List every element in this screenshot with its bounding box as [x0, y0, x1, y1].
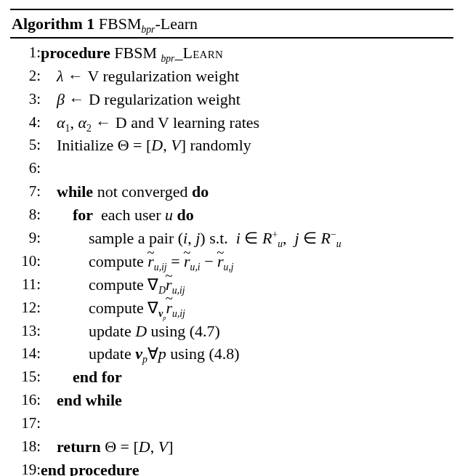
- line-content: return Θ = [D, V]: [41, 435, 341, 459]
- algo-line: 17:: [10, 412, 341, 435]
- algo-line: 3: β ← D regularization weight: [10, 88, 341, 111]
- algorithm-title: Algorithm 1 FBSMbpr-Learn: [10, 10, 453, 37]
- algorithm-block: Algorithm 1 FBSMbpr-Learn 1: procedure F…: [10, 9, 453, 476]
- line-number: 17:: [10, 412, 41, 435]
- line-content: update vp∀p using (4.8): [41, 342, 341, 366]
- algo-line: 8: for each user u do: [10, 203, 341, 227]
- line-content: update D using (4.7): [41, 320, 341, 343]
- line-content: β ← D regularization weight: [41, 88, 341, 111]
- line-number: 1:: [10, 41, 41, 65]
- line-number: 4:: [10, 111, 41, 134]
- line-number: 2:: [10, 65, 41, 88]
- line-number: 10:: [10, 250, 41, 273]
- algorithm-name-b: -Learn: [155, 15, 198, 33]
- algo-line: 13: update D using (4.7): [10, 320, 341, 343]
- line-number: 11:: [10, 273, 41, 297]
- line-content: compute ru,ij = ru,i − ru,j: [41, 250, 341, 273]
- line-content: end for: [41, 366, 341, 389]
- algo-line: 6:: [10, 157, 341, 180]
- line-content: Initialize Θ = [D, V] randomly: [41, 134, 341, 157]
- line-number: 7:: [10, 180, 41, 203]
- algo-line: 12: compute ∇vpru,ij: [10, 297, 341, 320]
- line-number: 5:: [10, 134, 41, 157]
- algo-line: 1: procedure FBSM bpr_Learn: [10, 41, 341, 65]
- line-number: 9:: [10, 227, 41, 250]
- line-content: [41, 157, 341, 180]
- line-content: for each user u do: [41, 203, 341, 227]
- line-content: [41, 412, 341, 435]
- algo-line: 15: end for: [10, 366, 341, 389]
- line-content: compute ∇vpru,ij: [41, 297, 341, 320]
- line-number: 12:: [10, 297, 41, 320]
- algorithm-label: Algorithm 1: [12, 15, 94, 33]
- algo-line: 18: return Θ = [D, V]: [10, 435, 341, 459]
- algo-line: 14: update vp∀p using (4.8): [10, 342, 341, 366]
- algo-line: 10: compute ru,ij = ru,i − ru,j: [10, 250, 341, 273]
- line-content: while not converged do: [41, 180, 341, 203]
- line-number: 13:: [10, 320, 41, 343]
- line-content: procedure FBSM bpr_Learn: [41, 41, 341, 65]
- line-content: end procedure: [41, 459, 341, 476]
- algo-line: 19: end procedure: [10, 459, 341, 476]
- line-number: 8:: [10, 203, 41, 227]
- line-content: λ ← V regularization weight: [41, 65, 341, 88]
- algo-line: 16: end while: [10, 389, 341, 412]
- rule-mid: [10, 37, 453, 39]
- line-content: α1, α2 ← D and V learning rates: [41, 111, 341, 134]
- line-number: 19:: [10, 459, 41, 476]
- line-content: sample a pair (i, j) s.t. i ∈ R+u, j ∈ R…: [41, 227, 341, 250]
- line-number: 18:: [10, 435, 41, 459]
- line-number: 15:: [10, 366, 41, 389]
- line-number: 6:: [10, 157, 41, 180]
- algo-line: 9: sample a pair (i, j) s.t. i ∈ R+u, j …: [10, 227, 341, 250]
- algorithm-name-a: FBSM: [99, 15, 142, 33]
- line-content: compute ∇Dru,ij: [41, 273, 341, 297]
- line-content: end while: [41, 389, 341, 412]
- algo-line: 5: Initialize Θ = [D, V] randomly: [10, 134, 341, 157]
- algorithm-name-sub: bpr: [141, 24, 155, 35]
- algo-line: 11: compute ∇Dru,ij: [10, 273, 341, 297]
- algo-line: 7: while not converged do: [10, 180, 341, 203]
- line-number: 14:: [10, 342, 41, 366]
- line-number: 16:: [10, 389, 41, 412]
- line-number: 3:: [10, 88, 41, 111]
- algo-line: 2: λ ← V regularization weight: [10, 65, 341, 88]
- algorithm-body: 1: procedure FBSM bpr_Learn 2: λ ← V reg…: [10, 41, 341, 476]
- algo-line: 4: α1, α2 ← D and V learning rates: [10, 111, 341, 134]
